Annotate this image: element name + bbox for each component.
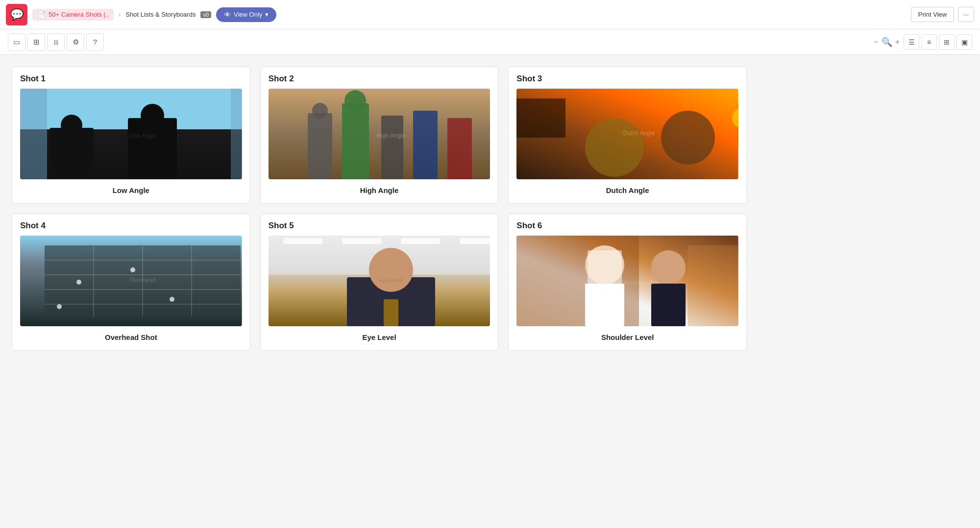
print-view-button[interactable]: Print View [911, 7, 954, 22]
svg-text:Eye Level: Eye Level [379, 277, 403, 283]
svg-rect-9 [308, 113, 332, 179]
shot-image-area: Shoulder Level [509, 236, 746, 326]
zoom-in-button[interactable]: + [895, 38, 900, 47]
svg-point-19 [661, 111, 715, 165]
zoom-icon: 🔍 [882, 37, 892, 48]
svg-rect-20 [516, 98, 565, 138]
more-options-button[interactable]: ··· [958, 7, 974, 22]
svg-text:Shoulder Level: Shoulder Level [621, 280, 657, 286]
settings-icon: ⚙ [73, 38, 79, 47]
svg-point-33 [76, 280, 81, 285]
toolbar: ▭ ⊞ ⫼ ⚙ ? − 🔍 + ☰ ≡ ⊞ [0, 29, 980, 55]
svg-rect-46 [384, 299, 398, 326]
svg-rect-5 [20, 89, 47, 179]
toolbar-right: − 🔍 + ☰ ≡ ⊞ ▣ [874, 34, 972, 50]
svg-point-2 [61, 115, 82, 136]
shot-image-area: Eye Level [261, 236, 498, 326]
shot-image: High Angle [269, 89, 490, 179]
view-full-button[interactable]: ▣ [956, 34, 972, 50]
svg-rect-55 [688, 245, 738, 326]
svg-point-36 [57, 304, 62, 309]
svg-rect-52 [588, 250, 622, 299]
single-column-tool[interactable]: ▭ [8, 33, 25, 51]
shot-card-2[interactable]: Shot 2 High Angle High Angle [260, 67, 499, 204]
shot-image: Eye Level [269, 236, 490, 326]
view-list-button[interactable]: ≡ [921, 34, 937, 50]
settings-tool[interactable]: ⚙ [67, 33, 84, 51]
shot-image: Shoulder Level [516, 236, 738, 326]
shot-image: Dutch Angle [516, 89, 738, 179]
shot-card-3[interactable]: Shot 3 Dutch Angle Dutch Angle [508, 67, 747, 204]
shot-card-1[interactable]: Shot 1 Low Angle Low Angle [12, 67, 250, 204]
shot-title: Shot 1 [12, 67, 250, 89]
svg-point-12 [344, 90, 366, 112]
doc-label: 50+ Camera Shots |.. [49, 11, 109, 18]
chevron-down-icon: ▾ [265, 11, 269, 18]
zoom-controls: − 🔍 + [874, 37, 900, 48]
header: 💬 📄 50+ Camera Shots |.. › Shot Lists & … [0, 0, 980, 29]
svg-rect-14 [413, 111, 438, 179]
svg-point-4 [141, 104, 164, 127]
breadcrumb-current: Shot Lists & Storyboards [125, 11, 196, 18]
svg-point-34 [130, 267, 135, 272]
shot-card-4[interactable]: Shot 4 Overhead Overhead Shot [12, 214, 250, 351]
shot-title: Shot 2 [261, 67, 498, 89]
logo-icon: 💬 [10, 8, 24, 21]
version-badge: v0 [200, 11, 211, 18]
svg-rect-15 [447, 118, 472, 179]
view-grid-button[interactable]: ⊞ [939, 34, 955, 50]
shot-title: Shot 5 [261, 214, 498, 236]
svg-text:Low Angle: Low Angle [129, 132, 156, 139]
help-tool[interactable]: ? [86, 33, 104, 51]
view-grid-icon: ⊞ [944, 38, 950, 46]
shot-label: Overhead Shot [12, 326, 250, 350]
main-content: Shot 1 Low Angle Low Angle Shot 2 [0, 55, 980, 528]
toolbar-left: ▭ ⊞ ⫼ ⚙ ? [8, 33, 104, 51]
zoom-out-button[interactable]: − [874, 38, 878, 47]
shot-card-5[interactable]: Shot 5 Eye Level Eye Level [260, 214, 499, 351]
svg-rect-43 [460, 238, 490, 244]
help-icon: ? [93, 38, 97, 46]
logo-button[interactable]: 💬 [6, 4, 27, 25]
columns-icon: ⫼ [52, 38, 60, 46]
grid-tool[interactable]: ⊞ [27, 33, 45, 51]
svg-rect-40 [283, 238, 322, 244]
svg-rect-11 [342, 103, 369, 179]
header-right: Print View ··· [911, 7, 974, 22]
view-full-icon: ▣ [961, 38, 968, 46]
view-only-label: View Only [234, 11, 262, 18]
shot-label: Shoulder Level [509, 326, 746, 350]
view-only-button[interactable]: 👁 View Only ▾ [216, 7, 276, 22]
shot-image-area: Low Angle [12, 89, 250, 179]
svg-text:Dutch Angle: Dutch Angle [623, 130, 655, 137]
shot-image: Overhead [20, 236, 242, 326]
shot-label: Eye Level [261, 326, 498, 350]
single-column-icon: ▭ [13, 38, 20, 47]
shot-label: Dutch Angle [509, 179, 746, 203]
shot-title: Shot 6 [509, 214, 746, 236]
svg-point-45 [369, 248, 413, 292]
shot-label: Low Angle [12, 179, 250, 203]
view-rows-button[interactable]: ☰ [904, 34, 919, 50]
shot-image-area: Dutch Angle [509, 89, 746, 179]
shot-title: Shot 3 [509, 67, 746, 89]
view-list-icon: ≡ [927, 38, 931, 46]
grid-icon: ⊞ [33, 38, 40, 47]
svg-rect-42 [401, 238, 440, 244]
breadcrumb-separator: › [119, 11, 121, 18]
view-mode-buttons: ☰ ≡ ⊞ ▣ [904, 34, 972, 50]
shot-label: High Angle [261, 179, 498, 203]
view-rows-icon: ☰ [908, 38, 915, 46]
svg-rect-6 [231, 89, 242, 179]
columns-tool[interactable]: ⫼ [47, 33, 65, 51]
svg-point-10 [312, 103, 328, 119]
shot-image: Low Angle [20, 89, 242, 179]
svg-rect-13 [381, 116, 403, 179]
svg-rect-54 [651, 284, 686, 326]
svg-rect-41 [342, 238, 381, 244]
shot-card-6[interactable]: Shot 6 Shoulder Level Shoulder Level [508, 214, 747, 351]
shot-image-area: Overhead [12, 236, 250, 326]
shots-grid: Shot 1 Low Angle Low Angle Shot 2 [12, 67, 747, 351]
doc-breadcrumb[interactable]: 📄 50+ Camera Shots |.. [32, 9, 114, 21]
doc-icon: 📄 [37, 11, 46, 19]
